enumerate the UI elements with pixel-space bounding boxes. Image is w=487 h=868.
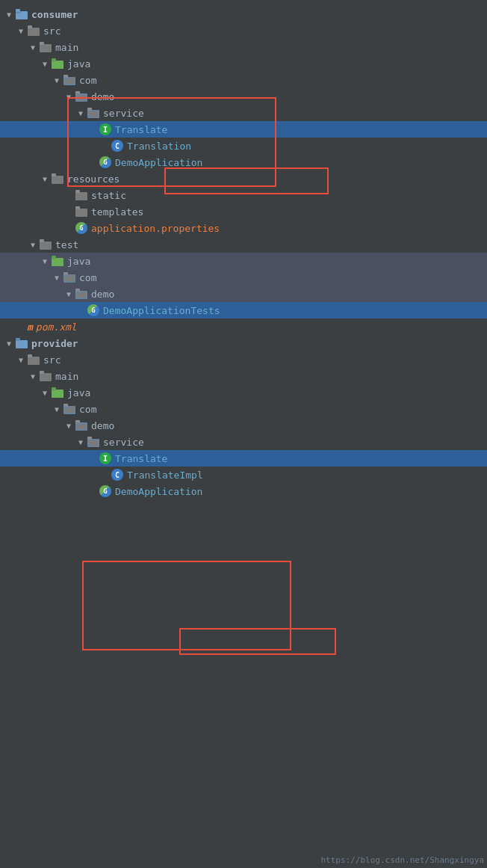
label-templates: templates <box>91 206 143 218</box>
folder-icon-resources <box>51 173 64 185</box>
svg-rect-6 <box>40 42 44 45</box>
arrow-provider-java <box>39 389 51 397</box>
svg-rect-27 <box>52 256 56 259</box>
label-static: static <box>91 190 126 201</box>
label-pom-xml: pom.xml <box>36 321 77 333</box>
svg-rect-3 <box>28 28 40 36</box>
label-demoapplicationtests: DemoApplicationTests <box>103 305 220 316</box>
tree-item-test-demo[interactable]: demo <box>0 286 487 302</box>
svg-rect-16 <box>87 108 92 111</box>
tree-item-provider-demo[interactable]: demo <box>0 417 487 434</box>
svg-rect-41 <box>52 387 56 390</box>
svg-rect-10 <box>63 75 68 78</box>
arrow-demo <box>63 93 75 101</box>
svg-rect-40 <box>52 390 63 398</box>
tree-item-com[interactable]: com <box>0 72 487 88</box>
folder-icon-main <box>39 41 52 53</box>
tree-item-consumer[interactable]: consumer <box>0 6 487 22</box>
svg-rect-37 <box>28 354 32 357</box>
svg-rect-19 <box>52 173 56 176</box>
tree-item-provider-demoapplication[interactable]: G DemoApplication <box>0 483 487 499</box>
label-src: src <box>43 25 61 37</box>
tree-item-provider-translate[interactable]: I Translate <box>0 450 487 467</box>
svg-rect-7 <box>52 61 63 69</box>
tree-item-provider-src[interactable]: src <box>0 351 487 368</box>
folder-icon-provider-com <box>63 403 76 415</box>
label-translation: Translation <box>127 141 191 152</box>
tree-item-translate[interactable]: I Translate <box>0 121 487 138</box>
folder-icon-consumer <box>15 8 28 20</box>
tree-item-provider-service[interactable]: service <box>0 434 487 450</box>
folder-icon-provider-demo <box>75 419 88 431</box>
svg-rect-39 <box>40 371 44 374</box>
folder-icon-com <box>63 74 76 86</box>
tree-item-test-com[interactable]: com <box>0 269 487 286</box>
arrow-provider-com <box>51 405 63 413</box>
label-consumer: consumer <box>31 9 78 20</box>
tree-item-provider-java[interactable]: java <box>0 384 487 401</box>
tree-item-application-properties[interactable]: G application.properties <box>0 220 487 236</box>
tree-item-static[interactable]: static <box>0 187 487 203</box>
folder-icon-provider-main <box>39 370 52 382</box>
arrow-provider-main <box>27 372 39 381</box>
pom-m-label: m <box>27 321 33 333</box>
springboot-icon-demoapplicationtests: G <box>87 304 100 316</box>
folder-icon-test-demo <box>75 288 88 300</box>
folder-icon-test-java <box>51 255 64 267</box>
label-java: java <box>67 58 90 70</box>
label-provider-com: com <box>79 404 96 415</box>
folder-icon-service <box>87 107 100 119</box>
arrow-provider-service <box>75 438 87 446</box>
arrow-src <box>15 27 27 35</box>
tree-item-service[interactable]: service <box>0 105 487 121</box>
tree-item-java[interactable]: java <box>0 55 487 72</box>
tree-item-src[interactable]: src <box>0 22 487 39</box>
label-test-java: java <box>67 256 90 267</box>
tree-item-templates[interactable]: templates <box>0 203 487 220</box>
folder-icon-java <box>51 58 64 70</box>
tree-item-demoapplication[interactable]: G DemoApplication <box>0 154 487 170</box>
svg-rect-43 <box>63 404 68 407</box>
interface-icon-provider-translate: I <box>99 452 112 464</box>
tree-item-demo[interactable]: demo <box>0 88 487 105</box>
svg-rect-4 <box>28 25 32 28</box>
class-icon-translation: C <box>111 140 124 152</box>
label-test-demo: demo <box>91 289 114 300</box>
label-test: test <box>55 239 78 250</box>
folder-icon-provider-java <box>51 387 64 398</box>
tree-item-provider-translateimpl[interactable]: C TranslateImpl <box>0 467 487 483</box>
folder-icon-test <box>39 238 52 250</box>
label-provider-src: src <box>43 354 61 366</box>
label-provider-demoapplication: DemoApplication <box>115 486 202 497</box>
svg-rect-32 <box>75 289 80 292</box>
svg-rect-2 <box>16 9 20 12</box>
svg-rect-9 <box>63 77 75 85</box>
folder-icon-provider-service <box>87 436 100 448</box>
class-icon-provider-translateimpl: C <box>111 469 124 481</box>
folder-icon-provider <box>15 337 28 349</box>
svg-rect-18 <box>52 176 63 184</box>
tree-item-main[interactable]: main <box>0 39 487 55</box>
tree-item-demoapplicationtests[interactable]: G DemoApplicationTests <box>0 302 487 318</box>
svg-rect-5 <box>40 44 52 52</box>
tree-item-test[interactable]: test <box>0 236 487 253</box>
arrow-test-com <box>51 274 63 282</box>
svg-rect-29 <box>63 272 68 275</box>
svg-rect-48 <box>87 439 99 447</box>
tree-item-test-java[interactable]: java <box>0 253 487 269</box>
arrow-consumer <box>3 10 15 19</box>
label-provider-service: service <box>103 437 144 448</box>
svg-rect-25 <box>40 239 44 242</box>
label-application-properties: application.properties <box>91 223 220 234</box>
arrow-test-demo <box>63 290 75 298</box>
tree-item-provider-com[interactable]: com <box>0 401 487 417</box>
tree-item-pom-xml[interactable]: m pom.xml <box>0 318 487 335</box>
label-provider-translate: Translate <box>115 453 167 464</box>
svg-rect-8 <box>52 58 56 61</box>
label-provider-translateimpl: TranslateImpl <box>127 470 203 481</box>
svg-rect-23 <box>75 206 80 209</box>
tree-item-resources[interactable]: resources <box>0 170 487 187</box>
tree-item-provider[interactable]: provider <box>0 335 487 351</box>
tree-item-translation[interactable]: C Translation <box>0 138 487 154</box>
tree-item-provider-main[interactable]: main <box>0 368 487 384</box>
